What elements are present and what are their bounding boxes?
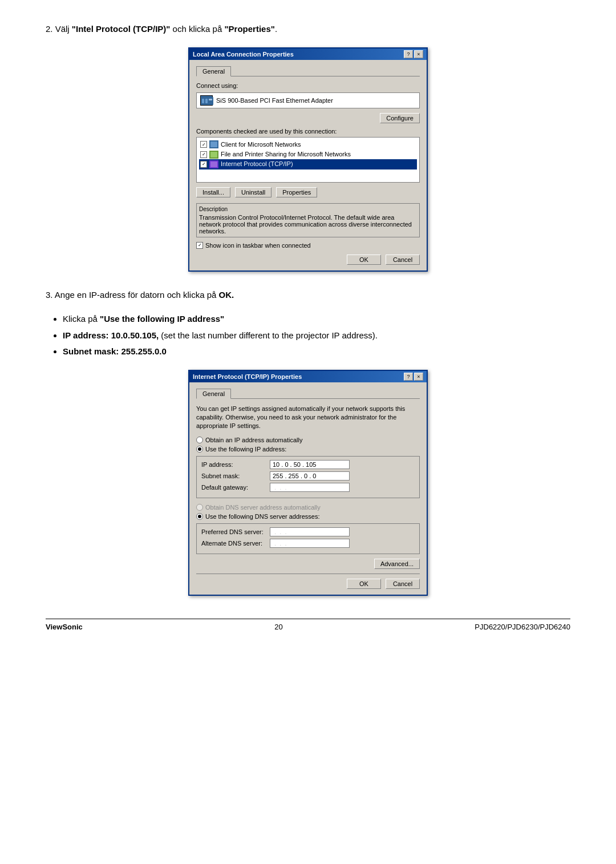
dialog1-ok-button[interactable]: OK <box>347 255 381 265</box>
dns-group: Preferred DNS server: Alternate DNS serv… <box>196 523 420 554</box>
adapter-name: SiS 900-Based PCI Fast Ethernet Adapter <box>216 97 333 104</box>
preferred-dns-input[interactable] <box>270 527 350 536</box>
ip-address-row: IP address: <box>201 460 415 469</box>
alternate-dns-input[interactable] <box>270 539 350 548</box>
page-footer: ViewSonic 20 PJD6220/PJD6230/PJD6240 <box>46 619 570 631</box>
close-button[interactable]: × <box>414 50 423 58</box>
subnet-mask-label: Subnet mask: <box>201 473 270 479</box>
properties-button[interactable]: Properties <box>276 187 317 197</box>
footer-model: PJD6220/PJD6230/PJD6240 <box>475 623 570 631</box>
radio-auto-ip[interactable] <box>196 437 203 443</box>
comp-icon-2 <box>209 151 218 159</box>
svg-rect-3 <box>209 99 212 100</box>
adapter-box: SiS 900-Based PCI Fast Ethernet Adapter <box>196 92 420 108</box>
subnet-mask-row: Subnet mask: <box>201 471 415 481</box>
configure-button[interactable]: Configure <box>380 113 420 123</box>
radio-auto-dns-label: Obtain DNS server address automatically <box>205 504 321 511</box>
svg-rect-7 <box>210 152 217 158</box>
dialog2-cancel-button[interactable]: Cancel <box>386 579 420 589</box>
install-uninstall-properties-row: Install... Uninstall Properties <box>196 187 420 197</box>
component-item-2: File and Printer Sharing for Microsoft N… <box>199 150 417 159</box>
ip-address-label: IP address: <box>201 461 270 468</box>
dialog2-ok-cancel-row: OK Cancel <box>196 579 420 589</box>
footer-page: 20 <box>274 623 282 631</box>
component-label-3: Internet Protocol (TCP/IP) <box>221 160 293 168</box>
default-gateway-label: Default gateway: <box>201 484 270 491</box>
default-gateway-input[interactable] <box>270 483 350 492</box>
dialog2-close-button[interactable]: × <box>414 373 423 381</box>
radio-auto-dns-row: Obtain DNS server address automatically <box>196 504 420 511</box>
check-icon-1 <box>200 141 207 148</box>
bullet-list: Klicka på "Use the following IP address"… <box>46 313 570 358</box>
alternate-dns-label: Alternate DNS server: <box>201 540 270 547</box>
component-label-1: Client for Microsoft Networks <box>221 140 301 149</box>
tab-general[interactable]: General <box>196 66 231 76</box>
advanced-button[interactable]: Advanced... <box>374 559 420 569</box>
footer-brand: ViewSonic <box>46 623 83 631</box>
dialog2-titlebar: Internet Protocol (TCP/IP) Properties ? … <box>189 371 427 382</box>
svg-rect-1 <box>202 99 204 103</box>
dialog1-content: General Connect using: SiS 900-Based PCI… <box>189 60 427 270</box>
install-button[interactable]: Install... <box>196 187 230 197</box>
svg-rect-2 <box>205 99 208 103</box>
dialog2-title: Internet Protocol (TCP/IP) Properties <box>193 373 302 380</box>
show-icon-row: Show icon in taskbar when connected <box>196 242 420 249</box>
preferred-dns-row: Preferred DNS server: <box>201 527 415 536</box>
dialog1-titlebar: Local Area Connection Properties ? × <box>189 49 427 60</box>
radio-auto-ip-label: Obtain an IP address automatically <box>205 437 302 443</box>
info-text: You can get IP settings assigned automat… <box>196 405 420 431</box>
preferred-dns-label: Preferred DNS server: <box>201 528 270 535</box>
ip-group: IP address: Subnet mask: Default gateway… <box>196 456 420 498</box>
dialog2-titlebar-buttons: ? × <box>404 373 423 381</box>
description-box: Description Transmission Control Protoco… <box>196 203 420 237</box>
radio-manual-ip-label: Use the following IP address: <box>205 446 286 453</box>
comp-icon-3 <box>209 160 218 168</box>
titlebar-buttons: ? × <box>404 50 423 58</box>
show-icon-check[interactable] <box>196 242 203 249</box>
connect-label: Connect using: <box>196 82 420 89</box>
radio-manual-ip[interactable] <box>196 446 203 453</box>
dialog2-tab-bar: General <box>196 388 420 399</box>
bullet-1: Klicka på "Use the following IP address" <box>63 313 570 326</box>
subnet-mask-input[interactable] <box>270 471 350 481</box>
radio-auto-dns[interactable] <box>196 504 203 511</box>
radio-manual-ip-row: Use the following IP address: <box>196 446 420 453</box>
component-item-3: Internet Protocol (TCP/IP) <box>199 159 417 169</box>
advanced-row: Advanced... <box>196 559 420 569</box>
uninstall-button[interactable]: Uninstall <box>235 187 271 197</box>
radio-manual-dns-row: Use the following DNS server addresses: <box>196 513 420 520</box>
alternate-dns-row: Alternate DNS server: <box>201 539 415 548</box>
svg-rect-9 <box>210 162 217 167</box>
local-area-connection-dialog: Local Area Connection Properties ? × Gen… <box>188 47 428 272</box>
show-icon-label: Show icon in taskbar when connected <box>205 242 311 249</box>
tab-bar: General <box>196 66 420 76</box>
components-list: Client for Microsoft Networks File and P… <box>196 137 420 183</box>
bullet-3: Subnet mask: 255.255.0.0 <box>63 345 570 358</box>
step3-text: 3. Ange en IP-adress för datorn och klic… <box>46 289 570 302</box>
svg-rect-5 <box>210 142 217 147</box>
description-text: Transmission Control Protocol/Internet P… <box>199 214 417 235</box>
divider <box>196 574 420 574</box>
dialog2-tab-general[interactable]: General <box>196 389 231 399</box>
tcp-ip-properties-dialog: Internet Protocol (TCP/IP) Properties ? … <box>188 370 428 596</box>
dialog1-cancel-button[interactable]: Cancel <box>386 255 420 265</box>
comp-icon-1 <box>209 140 218 148</box>
radio-manual-dns[interactable] <box>196 513 203 520</box>
component-item-1: Client for Microsoft Networks <box>199 140 417 150</box>
components-label: Components checked are used by this conn… <box>196 128 420 135</box>
dialog2-content: General You can get IP settings assigned… <box>189 382 427 595</box>
bullet-2: IP address: 10.0.50.105, (set the last n… <box>63 329 570 342</box>
nic-icon <box>200 95 213 106</box>
radio-manual-dns-label: Use the following DNS server addresses: <box>205 513 320 520</box>
dialog2-help-button[interactable]: ? <box>404 373 413 381</box>
radio-auto-ip-row: Obtain an IP address automatically <box>196 437 420 443</box>
configure-row: Configure <box>196 113 420 123</box>
help-button[interactable]: ? <box>404 50 413 58</box>
dialog2-ok-button[interactable]: OK <box>347 579 381 589</box>
dialog1-title: Local Area Connection Properties <box>193 51 294 58</box>
check-icon-3 <box>200 161 207 168</box>
ip-address-input[interactable] <box>270 460 350 469</box>
default-gateway-row: Default gateway: <box>201 483 415 492</box>
component-label-2: File and Printer Sharing for Microsoft N… <box>221 150 351 159</box>
check-icon-2 <box>200 151 207 158</box>
